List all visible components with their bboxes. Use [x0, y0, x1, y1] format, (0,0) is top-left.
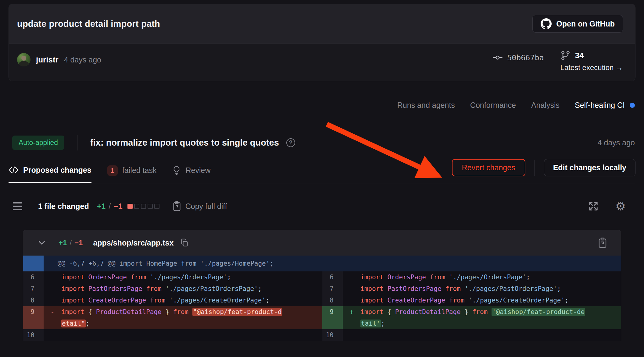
- nav-analysis[interactable]: Analysis: [531, 101, 560, 110]
- help-icon[interactable]: ?: [286, 138, 295, 147]
- diff-sign: [44, 329, 61, 341]
- nav-runs-and-agents[interactable]: Runs and agents: [397, 101, 455, 110]
- diff-row: 9+import { ProductDetailPage } from '@ai…: [322, 306, 621, 329]
- commit-card-header: update product detail import path Open o…: [9, 4, 635, 44]
- file-stat-separator: /: [70, 239, 72, 247]
- code-line: import PastOrdersPage from './pages/Past…: [360, 283, 621, 295]
- copy-file-diff-icon[interactable]: [598, 237, 607, 248]
- code-line: import CreateOrderPage from './pages/Cre…: [360, 295, 621, 306]
- commit-sha: 50b667ba: [507, 53, 544, 62]
- copy-path-icon[interactable]: [180, 239, 189, 247]
- hunk-header-text: @@ -6,7 +6,7 @@ import HomePage from './…: [44, 256, 621, 271]
- file-diff-card: +1 / −1 apps/shop/src/app.tsx: [23, 230, 621, 341]
- code-line: import { ProductDetailPage } from "@aish…: [61, 306, 322, 329]
- tab-failed-task-label: failed task: [122, 166, 157, 175]
- author-name: juristr: [36, 55, 59, 65]
- code-line: import PastOrdersPage from './pages/Past…: [61, 283, 322, 295]
- auto-applied-badge: Auto-applied: [12, 136, 64, 150]
- execution-group: 34 Latest execution →: [560, 51, 623, 72]
- revert-changes-button[interactable]: Revert changes: [452, 159, 525, 176]
- hunk-gutter: [23, 256, 44, 271]
- settings-gear-icon[interactable]: ⚙: [615, 200, 626, 212]
- commit-meta-row: juristr 4 days ago 50b667ba: [9, 44, 635, 81]
- diff-sign: [343, 271, 360, 283]
- diffstat-block: [154, 204, 159, 209]
- code-line: import CreateOrderPage from './pages/Cre…: [61, 295, 322, 306]
- files-changed-label: 1 file changed: [38, 202, 89, 211]
- diffstat-block: [148, 204, 153, 209]
- line-number: 10: [23, 329, 44, 341]
- diff-stat: +1 / −1: [97, 202, 123, 211]
- diffstat-block: [134, 204, 139, 209]
- diff-row: 9-import { ProductDetailPage } from "@ai…: [23, 306, 322, 329]
- code-icon: [9, 166, 19, 174]
- failed-count-badge: 1: [107, 165, 118, 176]
- diff-row: 7import PastOrdersPage from './pages/Pas…: [322, 283, 621, 295]
- additions-count: +1: [97, 202, 106, 211]
- diff-sign: [44, 271, 61, 283]
- collapse-chevron-icon[interactable]: [37, 238, 46, 247]
- latest-execution-link[interactable]: Latest execution →: [560, 63, 623, 72]
- line-number: 8: [23, 295, 44, 306]
- diff-row: 8import CreateOrderPage from './pages/Cr…: [322, 295, 621, 306]
- edit-changes-locally-button[interactable]: Edit changes locally: [544, 159, 635, 176]
- code-line: [61, 329, 322, 341]
- file-list-menu-icon[interactable]: [13, 202, 22, 210]
- diff-sign: -: [44, 306, 61, 329]
- diff-sign: [44, 295, 61, 306]
- diffstat-block: [141, 204, 146, 209]
- divider: [77, 135, 77, 150]
- top-nav: Runs and agents Conformance Analysis Sel…: [9, 101, 635, 110]
- page-title: update product detail import path: [17, 19, 160, 29]
- split-diff: 6import OrdersPage from './pages/OrdersP…: [23, 271, 621, 341]
- diff-sign: [44, 283, 61, 295]
- nav-conformance[interactable]: Conformance: [470, 101, 516, 110]
- diff-sign: [343, 283, 360, 295]
- avatar[interactable]: [17, 53, 30, 66]
- code-line: import OrdersPage from './pages/OrdersPa…: [360, 271, 621, 283]
- diff-row: 7import PastOrdersPage from './pages/Pas…: [23, 283, 322, 295]
- action-buttons: Revert changes Edit changes locally: [452, 159, 635, 176]
- copy-full-diff-button[interactable]: Copy full diff: [172, 201, 227, 211]
- line-number: 7: [23, 283, 44, 295]
- file-diff-stat: +1 / −1: [59, 239, 83, 247]
- tab-failed-task[interactable]: 1 failed task: [107, 158, 157, 183]
- tab-proposed-changes-label: Proposed changes: [23, 166, 91, 175]
- clipboard-icon: [172, 201, 181, 211]
- diff-pane-new: 6import OrdersPage from './pages/OrdersP…: [322, 271, 621, 341]
- code-line: [360, 329, 621, 341]
- author-block: juristr 4 days ago: [17, 53, 101, 66]
- diff-sign: +: [343, 306, 360, 329]
- tab-review[interactable]: Review: [172, 158, 210, 183]
- file-deletions: −1: [74, 239, 83, 247]
- nav-self-healing-ci[interactable]: Self-healing CI: [575, 101, 635, 110]
- open-on-github-button[interactable]: Open on GitHub: [532, 15, 623, 33]
- fullscreen-icon[interactable]: [588, 201, 599, 212]
- commit-sha-group[interactable]: 50b667ba: [492, 52, 544, 63]
- line-number: 8: [322, 295, 343, 306]
- tab-proposed-changes[interactable]: Proposed changes: [9, 158, 91, 183]
- code-line: import { ProductDetailPage } from '@aish…: [360, 306, 621, 329]
- diff-pane-old: 6import OrdersPage from './pages/OrdersP…: [23, 271, 322, 341]
- line-number: 7: [322, 283, 343, 295]
- file-header: +1 / −1 apps/shop/src/app.tsx: [23, 230, 621, 256]
- open-on-github-label: Open on GitHub: [556, 19, 615, 28]
- commit-time: 4 days ago: [64, 55, 101, 64]
- stat-separator: /: [109, 202, 111, 211]
- deletions-count: −1: [114, 202, 123, 211]
- diff-row: 10: [23, 329, 322, 341]
- diff-toolbar: 1 file changed +1 / −1 Copy full diff: [9, 200, 635, 212]
- commit-icon: [492, 52, 503, 63]
- fix-title: fix: normalize import quotes to single q…: [90, 138, 279, 148]
- fix-header-row: Auto-applied fix: normalize import quote…: [9, 135, 635, 150]
- diff-sign: [343, 329, 360, 341]
- toolbar-right: ⚙: [588, 200, 631, 212]
- diff-row: 10: [322, 329, 621, 341]
- github-icon: [541, 18, 552, 29]
- notification-dot: [630, 103, 635, 108]
- code-line: import OrdersPage from './pages/OrdersPa…: [61, 271, 322, 283]
- diff-row: 8import CreateOrderPage from './pages/Cr…: [23, 295, 322, 306]
- lightbulb-icon: [172, 166, 181, 175]
- tab-review-label: Review: [185, 166, 210, 175]
- nav-self-healing-ci-label: Self-healing CI: [575, 101, 625, 110]
